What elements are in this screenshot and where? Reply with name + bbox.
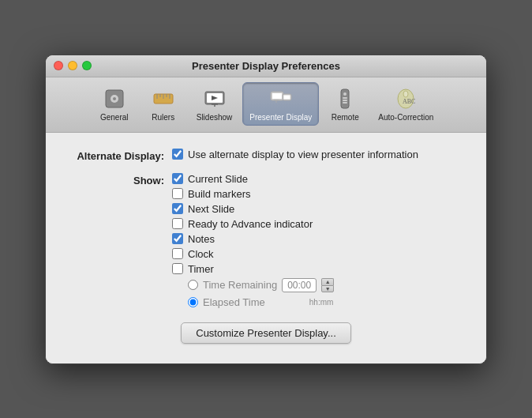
general-icon <box>102 86 127 111</box>
toolbar-label-rulers: Rulers <box>152 113 174 122</box>
time-spinner: ▲ ▼ <box>321 278 334 292</box>
alternate-display-checkbox[interactable] <box>172 149 183 160</box>
svg-rect-23 <box>343 100 347 101</box>
toolbar-label-presenter-display: Presenter Display <box>249 113 312 122</box>
alternate-display-row: Alternate Display: Use alternate display… <box>69 149 463 162</box>
label-current-slide: Current Slide <box>188 173 248 185</box>
traffic-lights <box>54 61 92 70</box>
window-title: Presenter Display Preferences <box>192 60 340 72</box>
maximize-button[interactable] <box>82 61 92 70</box>
label-clock: Clock <box>188 248 214 260</box>
titlebar: Presenter Display Preferences <box>46 55 486 77</box>
timer-options: Time Remaining ▲ ▼ Elapsed Time hh:mm <box>188 278 334 308</box>
svg-rect-24 <box>343 102 347 104</box>
show-item-build-markers: Build markers <box>172 188 334 200</box>
alternate-display-label: Alternate Display: <box>69 149 172 162</box>
show-item-current-slide: Current Slide <box>172 173 334 185</box>
show-content: Current Slide Build markers Next Slide R… <box>172 173 334 308</box>
svg-rect-15 <box>272 93 282 99</box>
toolbar-item-presenter-display[interactable]: Presenter Display <box>242 82 319 126</box>
preferences-window: Presenter Display Preferences General <box>45 55 487 364</box>
checkbox-build-markers[interactable] <box>172 188 183 199</box>
show-item-ready-to-advance: Ready to Advance indicator <box>172 218 334 230</box>
spinner-down[interactable]: ▼ <box>321 285 334 292</box>
label-elapsed-time: Elapsed Time <box>203 296 265 308</box>
label-build-markers: Build markers <box>188 188 250 200</box>
show-item-timer: Timer <box>172 263 334 275</box>
label-next-slide: Next Slide <box>188 203 234 215</box>
alternate-display-link[interactable]: information <box>368 149 418 160</box>
alternate-display-check-row: Use alternate display to view presenter … <box>172 149 418 160</box>
auto-correction-icon: ABC <box>393 86 418 111</box>
toolbar-label-remote: Remote <box>332 113 359 122</box>
toolbar-label-general: General <box>100 113 129 122</box>
time-hint: hh:mm <box>309 298 334 307</box>
label-notes: Notes <box>188 233 215 245</box>
checkbox-current-slide[interactable] <box>172 173 183 184</box>
customize-presenter-display-button[interactable]: Customize Presenter Display... <box>181 322 351 344</box>
show-item-notes: Notes <box>172 233 334 245</box>
svg-rect-17 <box>283 95 290 99</box>
alternate-display-content: Use alternate display to view presenter … <box>172 149 418 160</box>
minimize-button[interactable] <box>68 61 77 70</box>
toolbar-item-remote[interactable]: Remote <box>322 82 368 126</box>
checkbox-next-slide[interactable] <box>172 203 183 214</box>
toolbar-item-general[interactable]: General <box>92 82 137 126</box>
svg-point-21 <box>343 92 347 96</box>
svg-rect-22 <box>343 97 347 99</box>
label-timer: Timer <box>188 263 214 275</box>
toolbar-item-rulers[interactable]: Rulers <box>140 82 186 126</box>
toolbar-item-slideshow[interactable]: Slideshow <box>189 82 240 126</box>
show-label: Show: <box>69 173 172 186</box>
checkbox-notes[interactable] <box>172 233 183 244</box>
customize-btn-row: Customize Presenter Display... <box>69 322 463 344</box>
radio-time-remaining: Time Remaining <box>188 279 277 291</box>
label-ready-to-advance: Ready to Advance indicator <box>188 218 313 230</box>
content-area: Alternate Display: Use alternate display… <box>46 133 486 363</box>
spinner-up[interactable]: ▲ <box>321 278 334 285</box>
checkbox-timer[interactable] <box>172 263 183 274</box>
show-item-clock: Clock <box>172 248 334 260</box>
show-item-next-slide: Next Slide <box>172 203 334 215</box>
radio-time-remaining-input[interactable] <box>188 280 198 290</box>
checkbox-ready-to-advance[interactable] <box>172 218 183 229</box>
remote-icon <box>332 86 358 111</box>
svg-point-2 <box>113 97 116 100</box>
radio-elapsed-time-input[interactable] <box>188 297 198 307</box>
toolbar-item-auto-correction[interactable]: ABC Auto-Correction <box>371 82 440 126</box>
svg-text:ABC: ABC <box>403 98 415 105</box>
toolbar-label-auto-correction: Auto-Correction <box>378 113 433 122</box>
svg-point-26 <box>403 91 408 97</box>
label-time-remaining: Time Remaining <box>203 279 277 291</box>
presenter-display-icon <box>268 86 294 111</box>
time-remaining-row: Time Remaining ▲ ▼ <box>188 278 334 292</box>
checkbox-clock[interactable] <box>172 248 183 259</box>
show-section: Show: Current Slide Build markers Next S… <box>69 173 463 308</box>
toolbar: General Rulers <box>46 77 486 133</box>
slideshow-icon <box>202 86 227 111</box>
rulers-icon <box>151 86 176 111</box>
close-button[interactable] <box>54 61 63 70</box>
time-value-input[interactable] <box>282 278 317 292</box>
alternate-display-text: Use alternate display to view presenter … <box>188 149 418 160</box>
radio-elapsed-time: Elapsed Time hh:mm <box>188 296 334 308</box>
toolbar-label-slideshow: Slideshow <box>197 113 233 122</box>
